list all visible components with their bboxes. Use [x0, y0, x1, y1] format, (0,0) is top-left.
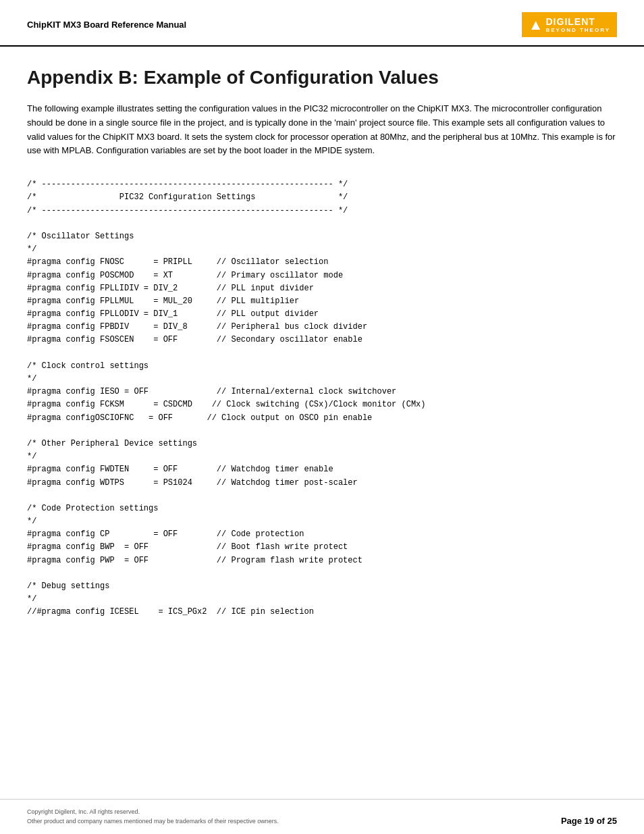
page-number: Page 19 of 25: [561, 816, 617, 826]
intro-paragraph: The following example illustrates settin…: [27, 102, 617, 158]
copyright-line2: Other product and company names mentione…: [27, 817, 279, 827]
main-content: Appendix B: Example of Configuration Val…: [0, 47, 644, 633]
page-footer: Copyright Digilent, Inc. All rights rese…: [0, 799, 644, 834]
footer-copyright: Copyright Digilent, Inc. All rights rese…: [27, 808, 279, 826]
page-container: ChipKIT MX3 Board Reference Manual ▲ DIG…: [0, 0, 644, 834]
logo-tagline: BEYOND THEORY: [546, 27, 611, 33]
document-title: ChipKIT MX3 Board Reference Manual: [27, 20, 186, 30]
logo-brand-name: DIGILENT: [546, 16, 611, 27]
copyright-line1: Copyright Digilent, Inc. All rights rese…: [27, 808, 279, 817]
page-header: ChipKIT MX3 Board Reference Manual ▲ DIG…: [0, 0, 644, 47]
code-block: /* -------------------------------------…: [27, 178, 617, 619]
logo-a-icon: ▲: [529, 18, 543, 32]
logo-container: ▲ DIGILENT BEYOND THEORY: [522, 12, 617, 37]
logo-text-block: DIGILENT BEYOND THEORY: [546, 16, 611, 33]
page-title: Appendix B: Example of Configuration Val…: [27, 67, 617, 88]
digilent-logo: ▲ DIGILENT BEYOND THEORY: [522, 12, 617, 37]
